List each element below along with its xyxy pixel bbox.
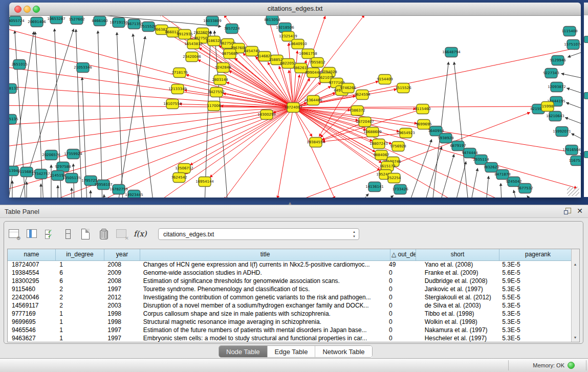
select-all-rows-icon[interactable]: ✓✓: [44, 228, 56, 240]
graph-node[interactable]: 14136141: [365, 182, 384, 192]
table-row[interactable]: 946362711997Embryonic stem cells: a mode…: [8, 334, 572, 342]
graph-node[interactable]: 9242848: [215, 63, 231, 73]
table-row[interactable]: 1830029562008Estimation of significance …: [8, 277, 572, 285]
table-row[interactable]: 1456911722003Disruption of a novel membe…: [8, 301, 572, 310]
cell: 1997: [103, 326, 139, 334]
graph-node[interactable]: 24055724: [9, 16, 25, 26]
column-header-title[interactable]: title: [140, 249, 390, 260]
table-row[interactable]: 911546021997Tourette syndrome. Phenomeno…: [8, 285, 572, 293]
graph-node[interactable]: 9154409: [377, 75, 393, 84]
function-builder-icon[interactable]: f(x): [134, 228, 146, 240]
memory-ok-indicator[interactable]: [568, 362, 575, 369]
network-canvas[interactable]: 2405572420691406106532871527602846616010…: [9, 16, 581, 198]
graph-node[interactable]: 15992071: [553, 127, 571, 137]
window-resize-grip[interactable]: [567, 187, 579, 196]
graph-node[interactable]: 20691406: [28, 17, 46, 27]
table-selector-dropdown[interactable]: citations_edges.txt ▲▼: [158, 228, 359, 240]
table-mode-icon[interactable]: ⚙: [8, 228, 20, 240]
graph-node[interactable]: 16954144: [195, 177, 214, 187]
graph-node[interactable]: 7857224: [224, 24, 240, 34]
graph-node[interactable]: 21053346: [74, 63, 92, 73]
graph-node[interactable]: 9875685: [222, 49, 237, 59]
graph-node[interactable]: 18300295: [257, 110, 276, 120]
graph-node[interactable]: 10688609: [363, 127, 382, 137]
table-row[interactable]: 977716911998Corpus callosum shape and si…: [8, 310, 572, 318]
graph-node[interactable]: 15751074: [564, 40, 581, 50]
graph-node[interactable]: 1527602: [69, 16, 84, 25]
graph-node[interactable]: 1115408: [561, 27, 577, 36]
cell: 6: [55, 269, 103, 277]
graph-node[interactable]: 2803144: [212, 75, 228, 85]
scroll-down-icon[interactable]: ▼: [572, 335, 578, 341]
graph-node[interactable]: 16648794: [442, 48, 461, 57]
graph-node[interactable]: 17016504: [562, 145, 581, 155]
citation-network-graph[interactable]: 2405572420691406106532871527602846616010…: [9, 16, 581, 198]
graph-node[interactable]: 2651015: [11, 60, 27, 70]
graph-node[interactable]: 9297588: [55, 162, 71, 172]
graph-node[interactable]: 3624594: [354, 90, 371, 100]
graph-node[interactable]: 14923445: [125, 190, 143, 198]
table-scrollbar[interactable]: ▲ ▼: [571, 249, 579, 342]
graph-node[interactable]: 19654923: [397, 128, 415, 138]
graph-node[interactable]: 16961758: [299, 49, 317, 59]
column-header-name[interactable]: name: [8, 249, 56, 260]
graph-node[interactable]: 2198131: [9, 84, 18, 94]
graph-node[interactable]: 12093872: [548, 82, 566, 92]
graph-node[interactable]: 5905135: [9, 115, 18, 124]
graph-node[interactable]: 8813054: [264, 16, 280, 25]
delete-column-icon[interactable]: [98, 228, 110, 240]
graph-node[interactable]: 8427552: [208, 87, 224, 97]
graph-node[interactable]: 19218506: [276, 23, 294, 33]
graph-node[interactable]: 117006: [207, 101, 221, 111]
graph-node[interactable]: 1677532: [517, 184, 533, 193]
graph-node[interactable]: 9746266: [340, 83, 356, 93]
graph-node[interactable]: 8466160: [92, 16, 107, 26]
column-header-pagerank[interactable]: pagerank: [499, 249, 577, 260]
graph-node[interactable]: 252254: [387, 173, 401, 183]
graph-node[interactable]: 2718176: [171, 68, 188, 78]
table-row[interactable]: 969969511998Structural magnetic resonanc…: [8, 318, 572, 326]
column-header-in_degree[interactable]: in_degree: [56, 249, 104, 260]
table-row[interactable]: 1938455462009Genome-wide association stu…: [8, 269, 572, 277]
scroll-up-icon[interactable]: ▲: [572, 261, 578, 268]
graph-node[interactable]: 21364486: [304, 96, 322, 105]
splitter-collapse-icon[interactable]: ▲: [288, 201, 292, 206]
column-header-short[interactable]: short: [416, 249, 499, 260]
graph-node[interactable]: 7386372: [349, 106, 365, 116]
graph-node[interactable]: 9699695: [416, 120, 431, 129]
column-header-year[interactable]: year: [104, 249, 140, 260]
graph-node[interactable]: 16210643: [546, 112, 564, 121]
graph-node[interactable]: 18107554: [163, 99, 182, 109]
graph-node[interactable]: 16033809: [203, 16, 222, 26]
tab-network-table[interactable]: Network Table: [315, 346, 372, 357]
graph-node[interactable]: 19384554: [307, 138, 325, 147]
graph-node[interactable]: 20206576: [42, 150, 60, 160]
graph-node[interactable]: 10653287: [47, 16, 66, 24]
graph-node[interactable]: 7624542: [171, 173, 187, 183]
graph-node[interactable]: 12133349: [168, 84, 187, 94]
graph-node[interactable]: 9129946: [550, 56, 566, 65]
table-row[interactable]: 1872400712008Changes of HCN gene express…: [8, 260, 572, 269]
graph-node[interactable]: 9756928: [390, 142, 406, 151]
clear-selection-icon[interactable]: [62, 228, 74, 240]
graph-node[interactable]: 18807243: [369, 139, 388, 149]
graph-node[interactable]: 7955812: [309, 58, 325, 68]
tab-node-table[interactable]: Node Table: [219, 346, 268, 357]
table-row[interactable]: 2242004622012Investigating the contribut…: [8, 293, 572, 301]
new-column-icon[interactable]: [80, 228, 92, 240]
graph-node[interactable]: 1515526: [395, 83, 411, 93]
close-panel-icon[interactable]: ✕: [577, 207, 583, 214]
network-window-titlebar[interactable]: citations_edges.txt: [9, 3, 581, 16]
graph-node[interactable]: 1733426: [392, 185, 408, 194]
graph-node[interactable]: 9115460: [415, 104, 430, 114]
table-row[interactable]: 946554611997Estimation of the future num…: [8, 326, 572, 334]
graph-node[interactable]: 1167533: [569, 156, 581, 166]
graph-node[interactable]: 8912935: [177, 30, 192, 39]
column-visibility-icon[interactable]: [26, 228, 38, 240]
graph-node[interactable]: 15998: [541, 102, 554, 112]
tab-edge-table[interactable]: Edge Table: [268, 346, 316, 357]
column-header-out_de[interactable]: △ out_de...: [390, 249, 416, 260]
graph-node[interactable]: 9227343: [543, 69, 559, 78]
float-panel-icon[interactable]: [564, 208, 571, 214]
graph-node[interactable]: 5938928: [438, 134, 453, 143]
